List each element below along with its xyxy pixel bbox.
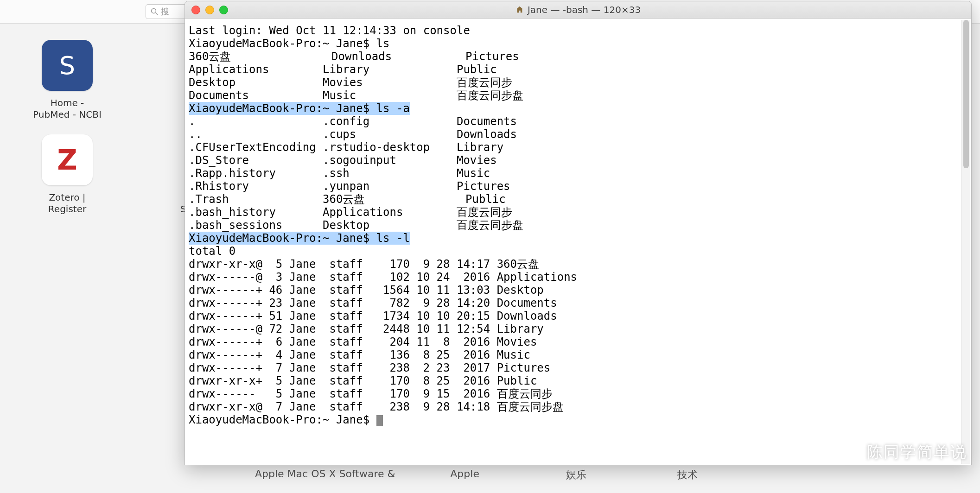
- terminal-titlebar[interactable]: Jane — -bash — 120×33: [185, 1, 971, 19]
- bottom-tab[interactable]: Apple Mac OS X Software &: [255, 468, 395, 482]
- minimize-button[interactable]: [205, 6, 214, 14]
- search-icon: [151, 8, 158, 15]
- bottom-tab[interactable]: 娱乐: [535, 468, 618, 482]
- scrollbar[interactable]: [961, 20, 970, 464]
- bookmark-label: Home - PubMed - NCBI: [33, 97, 102, 120]
- svg-point-0: [152, 9, 156, 13]
- watermark-text: 陈同学简单说: [867, 442, 967, 463]
- scrollbar-thumb[interactable]: [963, 20, 969, 168]
- bookmark-tile-zotero[interactable]: ZZotero | Register: [5, 134, 130, 215]
- home-icon: [515, 6, 524, 14]
- prompt-line-ls-l: XiaoyudeMacBook-Pro:~ Jane$ ls -l: [189, 232, 410, 245]
- search-placeholder: 搜: [161, 6, 169, 17]
- cursor: [376, 415, 383, 426]
- bookmark-label: Zotero | Register: [48, 192, 86, 215]
- terminal-body[interactable]: Last login: Wed Oct 11 12:14:33 on conso…: [185, 19, 971, 432]
- bookmark-icon: Z: [42, 134, 93, 185]
- bookmark-tile-pubmed[interactable]: SHome - PubMed - NCBI: [5, 40, 130, 120]
- maximize-button[interactable]: [219, 6, 228, 14]
- wechat-icon: [834, 439, 860, 465]
- close-button[interactable]: [191, 6, 200, 14]
- prompt-line-ls-a: XiaoyudeMacBook-Pro:~ Jane$ ls -a: [189, 102, 410, 115]
- watermark: 陈同学简单说: [834, 439, 967, 465]
- bottom-tab[interactable]: Apple: [423, 468, 507, 482]
- terminal-title: Jane — -bash — 120×33: [185, 4, 971, 15]
- terminal-title-text: Jane — -bash — 120×33: [528, 4, 641, 15]
- terminal-window[interactable]: Jane — -bash — 120×33 Last login: Wed Oc…: [185, 1, 972, 465]
- bottom-tab[interactable]: 技术: [646, 468, 729, 482]
- bottom-tab-bar: Apple Mac OS X Software &Apple娱乐技术: [255, 468, 729, 482]
- bookmark-icon: S: [42, 40, 93, 91]
- svg-line-1: [156, 13, 158, 15]
- window-controls: [191, 6, 228, 14]
